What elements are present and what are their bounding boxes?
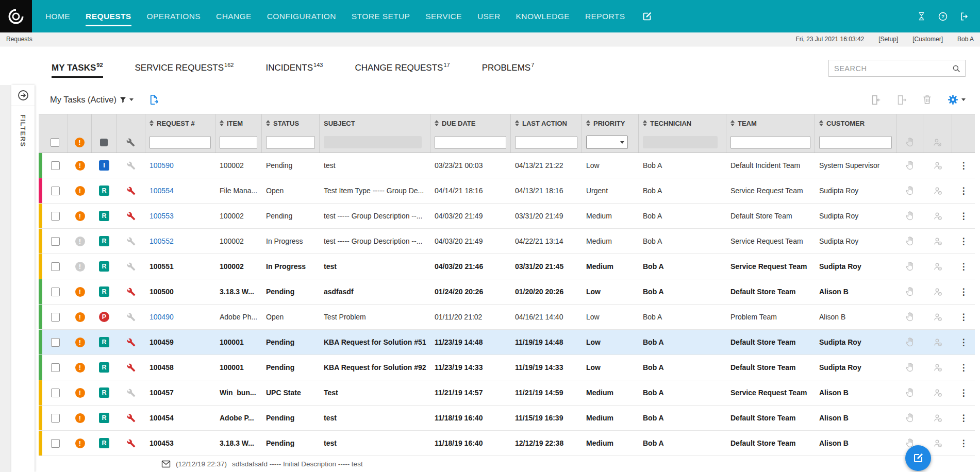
user-clock-icon[interactable]	[933, 312, 943, 322]
row-menu-icon[interactable]: ⋮	[956, 211, 971, 222]
logout-icon[interactable]	[959, 11, 970, 22]
col-header-priority[interactable]: PRIORITY	[582, 114, 639, 132]
user-clock-icon[interactable]	[933, 439, 943, 448]
filter-status-input[interactable]	[266, 136, 315, 149]
nav-item-requests[interactable]: REQUESTS	[86, 0, 131, 32]
user-clock-icon[interactable]	[933, 413, 943, 423]
nav-item-change[interactable]: CHANGE	[216, 0, 252, 32]
filter-item-input[interactable]	[220, 136, 257, 149]
row-checkbox[interactable]	[51, 288, 60, 296]
row-checkbox[interactable]	[51, 414, 60, 423]
tab-incidents[interactable]: INCIDENTS143	[265, 62, 323, 78]
new-request-nav-button[interactable]	[641, 0, 653, 32]
take-ownership-icon[interactable]	[905, 413, 915, 423]
user-clock-icon[interactable]	[933, 287, 943, 297]
app-logo[interactable]	[0, 0, 32, 32]
table-row[interactable]: ! R 100454 Adobe P... Pending test 11/18…	[39, 406, 975, 431]
take-ownership-icon[interactable]	[905, 261, 915, 272]
table-row[interactable]: ! R 100453 3.18.3 W... Pending test 11/1…	[39, 431, 975, 456]
row-menu-icon[interactable]: ⋮	[956, 438, 971, 449]
take-ownership-icon[interactable]	[905, 236, 915, 246]
request-number-link[interactable]: 100551	[150, 262, 174, 271]
table-row[interactable]: ! R 100554 File Mana... Open Test Item T…	[39, 178, 975, 204]
tab-my-tasks[interactable]: MY TASKS92	[52, 62, 103, 78]
filter-request-input[interactable]	[150, 136, 211, 149]
user-clock-icon[interactable]	[933, 186, 943, 196]
row-menu-icon[interactable]: ⋮	[956, 236, 971, 247]
col-header-technician[interactable]: TECHNICIAN	[639, 114, 726, 132]
request-number-link[interactable]: 100459	[150, 338, 174, 346]
user-clock-icon[interactable]	[933, 363, 943, 373]
nav-item-user[interactable]: USER	[477, 0, 501, 32]
table-row[interactable]: ! I 100590 100002 Pending test 03/23/21 …	[39, 153, 975, 178]
table-row[interactable]: ! P 100490 Adobe Ph... Open Test Problem…	[39, 305, 975, 330]
checkout-icon[interactable]	[896, 94, 907, 106]
row-menu-icon[interactable]: ⋮	[956, 387, 971, 398]
table-row[interactable]: ! R 100459 100001 Pending KBA Request fo…	[39, 330, 975, 355]
current-user[interactable]: Bob A	[957, 36, 974, 43]
nav-item-reports[interactable]: REPORTS	[585, 0, 625, 32]
table-row[interactable]: ! R 100553 100002 Pending test ----- Gro…	[39, 204, 975, 229]
row-menu-icon[interactable]: ⋮	[956, 362, 971, 373]
nav-item-knowledge[interactable]: KNOWLEDGE	[516, 0, 570, 32]
tab-problems[interactable]: PROBLEMS7	[482, 62, 535, 78]
filter-customer-input[interactable]	[819, 136, 892, 149]
table-row[interactable]: ! R 100500 3.18.3 W... Pending asdfasdf …	[39, 279, 975, 305]
take-ownership-icon[interactable]	[905, 286, 915, 297]
request-number-link[interactable]: 100500	[150, 288, 174, 296]
col-header-due-date[interactable]: DUE DATE	[430, 114, 511, 132]
request-number-link[interactable]: 100590	[150, 161, 174, 170]
col-header-team[interactable]: TEAM	[726, 114, 815, 132]
take-ownership-icon[interactable]	[905, 312, 915, 322]
delete-icon[interactable]	[922, 94, 933, 105]
request-number-link[interactable]: 100490	[150, 313, 174, 321]
search-input[interactable]	[829, 64, 948, 73]
take-ownership-icon[interactable]	[905, 186, 915, 196]
row-menu-icon[interactable]: ⋮	[956, 286, 971, 297]
hourglass-icon[interactable]	[917, 11, 926, 21]
row-checkbox[interactable]	[51, 313, 60, 322]
row-menu-icon[interactable]: ⋮	[956, 337, 971, 348]
request-number-link[interactable]: 100457	[150, 389, 174, 397]
col-header-last-action[interactable]: LAST ACTION	[511, 114, 582, 132]
help-icon[interactable]: ?	[938, 11, 948, 22]
user-clock-icon[interactable]	[933, 262, 943, 272]
row-checkbox[interactable]	[51, 187, 60, 195]
customer-link[interactable]: [Customer]	[912, 36, 943, 43]
request-number-link[interactable]: 100552	[150, 237, 174, 245]
nav-item-home[interactable]: HOME	[45, 0, 70, 32]
col-header-status[interactable]: STATUS	[262, 114, 320, 132]
nav-item-configuration[interactable]: CONFIGURATION	[267, 0, 336, 32]
take-ownership-icon[interactable]	[905, 160, 915, 171]
checkin-icon[interactable]	[870, 94, 882, 106]
request-number-link[interactable]: 100454	[150, 414, 174, 422]
row-checkbox[interactable]	[51, 212, 60, 221]
take-ownership-icon[interactable]	[905, 362, 915, 373]
row-menu-icon[interactable]: ⋮	[956, 312, 971, 323]
user-clock-icon[interactable]	[933, 161, 943, 171]
tab-service-requests[interactable]: SERVICE REQUESTS162	[135, 62, 234, 78]
filter-due-date-input[interactable]	[435, 136, 506, 149]
take-ownership-icon[interactable]	[905, 387, 915, 398]
user-clock-icon[interactable]	[933, 388, 943, 398]
take-ownership-icon[interactable]	[905, 337, 915, 347]
row-menu-icon[interactable]: ⋮	[956, 186, 971, 196]
row-checkbox[interactable]	[51, 389, 60, 397]
row-checkbox[interactable]	[51, 237, 60, 246]
priority-filter-select[interactable]	[586, 136, 628, 149]
col-header-request[interactable]: REQUEST #	[145, 114, 215, 132]
row-checkbox[interactable]	[51, 363, 60, 372]
nav-item-store-setup[interactable]: STORE SETUP	[352, 0, 410, 32]
nav-item-service[interactable]: SERVICE	[425, 0, 462, 32]
search-icon[interactable]	[948, 64, 965, 73]
table-row[interactable]: ! R 100552 100002 In Progress test -----…	[39, 229, 975, 254]
col-header-customer[interactable]: CUSTOMER	[815, 114, 896, 132]
setup-link[interactable]: [Setup]	[878, 36, 898, 43]
filter-last-action-input[interactable]	[515, 136, 577, 149]
table-row[interactable]: ! R 100458 100001 Pending KBA Request fo…	[39, 355, 975, 380]
new-request-fab[interactable]	[905, 445, 931, 471]
row-checkbox[interactable]	[51, 262, 60, 271]
row-menu-icon[interactable]: ⋮	[956, 413, 971, 424]
tab-change-requests[interactable]: CHANGE REQUESTS17	[355, 62, 450, 78]
select-all-checkbox[interactable]	[51, 138, 59, 147]
